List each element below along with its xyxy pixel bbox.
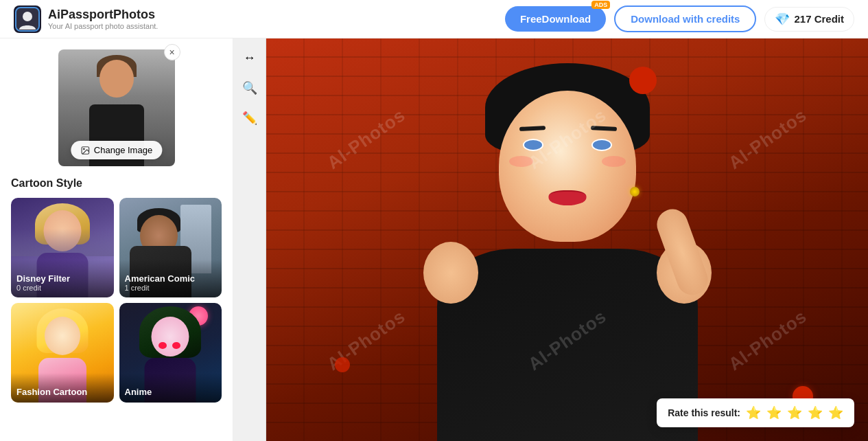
right-eye [591,139,612,151]
left-blush [509,156,533,167]
header: AiPassportPhotos Your AI passport photo … [0,0,868,38]
upload-person-head [99,60,134,98]
gem-icon: 💎 [775,12,790,27]
svg-point-2 [23,12,32,21]
left-eye [523,139,543,151]
rose-2 [335,357,350,372]
anime-name: Anime [125,387,217,397]
svg-point-5 [83,148,84,150]
anime-girl-head [152,317,189,357]
close-button[interactable]: × [164,44,180,60]
star-5[interactable]: ⭐ [828,405,843,420]
download-credits-button[interactable]: Download with credits [614,5,756,32]
nav-icon-2[interactable]: 🔍 [237,76,262,100]
face [499,91,636,242]
american-comic-label: American Comic 1 credit [119,260,222,297]
free-download-label: FreeDownload [520,13,591,25]
right-eyebrow [590,126,616,131]
fashion-cartoon-name: Fashion Cartoon [16,387,108,397]
fashion-cartoon-label: Fashion Cartoon [11,373,114,403]
star-1[interactable]: ⭐ [746,405,761,420]
american-comic-name: American Comic [125,273,217,284]
disney-filter-credit: 0 credit [16,284,108,292]
left-shoulder [423,242,478,304]
main-content: × Change Image Cartoon Style [0,38,868,441]
lips [548,190,586,205]
anime-left-eye [159,342,167,349]
earring [630,187,640,196]
anime-label: Anime [119,373,222,403]
change-image-button[interactable]: Change Image [71,141,162,159]
free-download-button[interactable]: ADS FreeDownload [505,6,606,32]
credits-badge: 💎 217 Credit [764,7,854,32]
change-image-label: Change Image [94,145,152,155]
star-4[interactable]: ⭐ [808,405,823,420]
disney-filter-label: Disney Filter 0 credit [11,260,114,297]
right-blush [602,156,626,167]
close-icon: × [169,47,174,58]
header-actions: ADS FreeDownload Download with credits 💎… [505,5,854,32]
roses-left [335,357,350,372]
style-grid: Disney Filter 0 credit American Comic 1 [11,198,222,403]
american-comic-credit: 1 credit [125,284,217,292]
app-name: AiPassportPhotos [48,8,158,22]
anime-red-eyes [159,342,183,349]
cartoon-style-section: Cartoon Style Disney Filter 0 credit [11,177,222,403]
upload-preview: × Change Image [58,49,175,166]
left-eyebrow [519,126,545,131]
star-2[interactable]: ⭐ [766,405,782,420]
logo-text: AiPassportPhotos Your AI passport photo … [48,8,158,30]
download-credits-label: Download with credits [631,13,740,25]
style-item-fashion-cartoon[interactable]: Fashion Cartoon [11,303,114,403]
image-icon [80,146,90,155]
app-tagline: Your AI passport photo assistant. [48,22,158,30]
sidebar: × Change Image Cartoon Style [0,38,233,441]
nav-icon-3[interactable]: ✏️ [237,106,262,131]
rate-tooltip-label: Rate this result: [668,407,740,418]
logo-icon [14,5,41,33]
fashion-girl-head [45,317,80,355]
main-preview: Al-Photos Al-Photos Al-Photos Al-Photos … [266,38,868,441]
section-title: Cartoon Style [11,177,222,190]
disney-smoke [11,229,114,256]
person-figure [396,56,739,441]
credits-count: 217 Credit [794,13,844,25]
style-item-anime[interactable]: Anime [119,303,222,403]
logo-area: AiPassportPhotos Your AI passport photo … [14,5,505,33]
anime-right-eye [172,342,180,349]
ads-badge: ADS [591,1,610,9]
vertical-nav: ↔ 🔍 ✏️ [233,38,266,441]
nav-icon-1[interactable]: ↔ [237,45,262,70]
style-item-american-comic[interactable]: American Comic 1 credit [119,198,222,297]
star-3[interactable]: ⭐ [787,405,802,420]
style-item-disney-filter[interactable]: Disney Filter 0 credit [11,198,114,297]
disney-filter-name: Disney Filter [16,273,108,284]
rate-tooltip: Rate this result: ⭐ ⭐ ⭐ ⭐ ⭐ [657,398,854,427]
hair-accessory [629,67,657,94]
